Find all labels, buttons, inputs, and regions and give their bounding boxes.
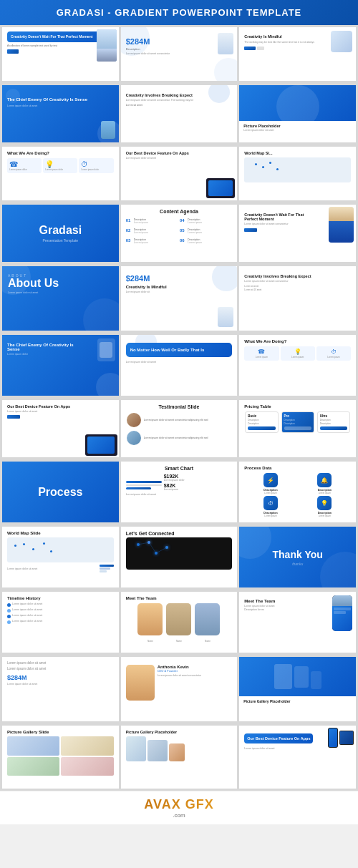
gallery-slide-title: Picture Gallery Slide <box>7 730 114 734</box>
slide-best-device-title: Our Best Device Feature On Apps <box>126 151 190 155</box>
slide-mindful-title: Creativity Is Mindful <box>244 34 319 39</box>
avax-logo: AVAX GFX <box>6 797 352 812</box>
slide-chief-enemy-2: The Chief Enemy Of Creativity Is Sense L… <box>2 335 119 396</box>
anthonia-role: CEO & Founder <box>158 669 201 673</box>
smart-chart-stat2: $82K <box>164 483 185 488</box>
slide-breaking-expect-2: Creativity Involves Breaking Expect Lore… <box>239 266 356 331</box>
slides-row-8: Process Smart Chart $192K Lorem ipsum do… <box>0 459 358 525</box>
lets-connect-title: Let's Get Connected <box>126 531 233 536</box>
slide-creativity-hero: Creativity Doesn't Wait For That Perfect… <box>2 27 119 81</box>
slide-best-device-2: Our Best Device Feature On Apps Lorem ip… <box>2 400 119 457</box>
slides-row-9: World Map Slide Lorem ipsum dolor sit am… <box>0 525 358 590</box>
slides-row-5: About About Us Lorem ipsum dolor sit ame… <box>0 264 358 333</box>
slide-about-us: About About Us Lorem ipsum dolor sit ame… <box>2 266 119 331</box>
world-map-title: World Map Slide <box>7 531 114 535</box>
gallery-placeholder-2-title: Picture Gallery Placeholder <box>126 730 233 734</box>
slide-chief-enemy-title: The Chief Enemy Of Creativity Is Sense <box>7 97 114 102</box>
content-agenda-title: Content Agenda <box>126 209 233 214</box>
best-device-phone-title: Our Best Device Feature On Apps <box>247 736 310 741</box>
footer: AVAX GFX .com <box>0 791 358 824</box>
slide-creativity-person: Creativity Doesn't Wait For That Perfect… <box>239 205 356 262</box>
slide-timeline: Timeline History Lorem ipsum dolor sit a… <box>2 592 119 653</box>
chief-enemy-2-title: The Chief Enemy Of Creativity Is Sense <box>7 343 77 351</box>
meet-team-1-title: Meet The Team <box>126 596 233 600</box>
slide-no-matter: No Matter How Well Or Badly That Is Lore… <box>121 335 238 396</box>
process-data-title: Process Data <box>244 466 351 470</box>
slide-content-agenda: Content Agenda 01 DescriptionLorem ipsum… <box>121 205 238 262</box>
slide-meet-team-2: Meet The Team Lorem ipsum dolor sit amet… <box>239 592 356 653</box>
picture-placeholder-label: Picture Placeholder <box>243 124 352 128</box>
slide-world-map-title: World Map Sl... <box>244 151 351 155</box>
slide-anthonia: Anthonia Kevin CEO & Founder Lorem ipsum… <box>121 657 238 721</box>
thank-you-title: Thank You <box>273 549 323 560</box>
slide-stat-mindful: $284M Creativity Is Mindful Lorem ipsum … <box>121 266 238 331</box>
gradasi-brand-sub: Presentation Template <box>42 238 78 243</box>
slide-mindful: Creativity Is Mindful The working may be… <box>239 27 356 81</box>
slide-meet-team-1: Meet The Team Name Name Name <box>121 592 238 653</box>
slide-creativity-title: Creativity Doesn't Wait For That Perfect… <box>11 34 110 39</box>
slide-best-device-1: Our Best Device Feature On Apps Lorem ip… <box>121 147 238 200</box>
slide-testimonial: Testimonial Slide Lorem ipsum dolor sit … <box>121 400 238 457</box>
slide-gradasi-brand: Gradasi Presentation Template <box>2 205 119 262</box>
slides-row-11: Lorem ipsum dolor sit amet Lorem ipsum d… <box>0 655 358 723</box>
gradasi-brand-title: Gradasi <box>39 224 82 237</box>
slides-row-2: The Chief Enemy Of Creativity Is Sense L… <box>0 83 358 145</box>
breaking-expect-title: Creativity Involves Breaking Expect <box>244 274 351 278</box>
slides-row-7: Our Best Device Feature On Apps Lorem ip… <box>0 398 358 459</box>
testimonial-title: Testimonial Slide <box>126 404 233 409</box>
slide-process-data: Process Data ⚡ Description Lorem ipsum 🔔… <box>239 462 356 522</box>
avax-domain: .com <box>6 812 352 819</box>
slides-row-4: Gradasi Presentation Template Content Ag… <box>0 203 358 264</box>
slides-row-10: Timeline History Lorem ipsum dolor sit a… <box>0 590 358 655</box>
what-doing-2-title: What We Are Doing? <box>244 339 351 343</box>
slide-what-doing-2: What We Are Doing? ☎ Lorem ipsum 💡 Lorem… <box>239 335 356 396</box>
timeline-title: Timeline History <box>7 596 114 600</box>
slides-row-6: The Chief Enemy Of Creativity Is Sense L… <box>0 333 358 398</box>
slide-gallery-slide: Picture Gallery Slide <box>2 726 119 789</box>
best-device-2-title: Our Best Device Feature On Apps <box>7 404 71 409</box>
slide-lets-connect: Let's Get Connected <box>121 527 238 587</box>
slide-pricing: Pricing Table Basic Description Descript… <box>239 400 356 457</box>
slide-best-device-phone: Our Best Device Feature On Apps Lorem ip… <box>239 726 356 789</box>
slide-breaking-expect-1: Creativity Involves Breaking Expect Lore… <box>121 85 238 142</box>
slide-chief-enemy-1: The Chief Enemy Of Creativity Is Sense L… <box>2 85 119 142</box>
thank-you-sub: thanku <box>292 562 303 566</box>
slide-stat-284m: $284M Description Lorem ipsum dolor sit … <box>121 27 238 81</box>
header-title: GRADASI - GRADIENT POWERPOINT TEMPLATE <box>57 7 302 18</box>
meet-team-2-title: Meet The Team <box>244 599 308 603</box>
slide-thank-you: Thank You thanku <box>239 527 356 587</box>
page-header: GRADASI - GRADIENT POWERPOINT TEMPLATE <box>0 0 358 25</box>
svg-line-0 <box>138 542 149 545</box>
slide-what-doing-1: What We Are Doing? ☎ Lorem ipsum dolor 💡… <box>2 147 119 200</box>
slide-world-map-full: World Map Slide Lorem ipsum dolor sit am… <box>2 527 119 587</box>
smart-chart-title: Smart Chart <box>126 466 233 471</box>
slide-gallery-placeholder-1: Picture Gallery Placeholder <box>239 657 356 721</box>
slides-row-3: What We Are Doing? ☎ Lorem ipsum dolor 💡… <box>0 145 358 203</box>
slide-creativity-person-title: Creativity Doesn't Wait For That Perfect… <box>244 213 314 221</box>
gallery-placeholder-1-label: Picture Gallery Placeholder <box>243 699 352 703</box>
slide-lorem-stat: Lorem ipsum dolor sit amet Lorem ipsum d… <box>2 657 119 721</box>
slide-smart-chart: Smart Chart $192K Lorem ipsum dolor $82K… <box>121 462 238 522</box>
svg-line-2 <box>156 547 167 553</box>
slides-row-1: Creativity Doesn't Wait For That Perfect… <box>0 25 358 83</box>
slide-picture-placeholder-1: Picture Placeholder Lorem ipsum dolor si… <box>239 85 356 142</box>
slide-gallery-placeholder-2: Picture Gallery Placeholder <box>121 726 238 789</box>
svg-line-1 <box>149 542 156 553</box>
pricing-title: Pricing Table <box>244 404 351 409</box>
process-title: Process <box>38 486 82 499</box>
slide-what-doing-title: What We Are Doing? <box>7 151 114 155</box>
slide-process: Process <box>2 462 119 522</box>
smart-chart-stat1: $192K <box>164 474 185 479</box>
slide-world-map-preview-1: World Map Sl... <box>239 147 356 200</box>
slides-row-12: Picture Gallery Slide Picture Gallery Pl… <box>0 723 358 791</box>
